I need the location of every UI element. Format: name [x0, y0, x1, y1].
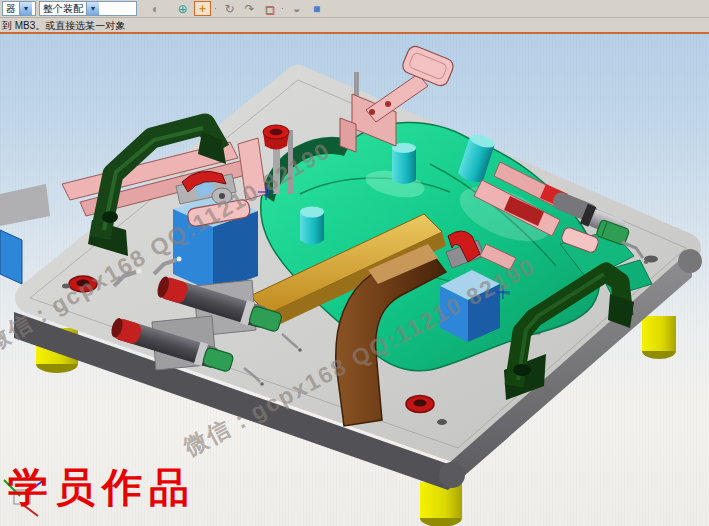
toolbar: 器 ▼ 整个装配 ▼ ◐ ⊕ + · ↻ ↷ ◻ · ◒ ■: [0, 0, 709, 18]
dropdown-dot-icon[interactable]: ·: [281, 4, 285, 13]
chevron-down-icon[interactable]: ▼: [86, 2, 99, 15]
orbit-view-icon[interactable]: ↷: [241, 1, 258, 16]
selection-filter-combo[interactable]: 器 ▼: [2, 1, 36, 16]
dropdown-dot-icon[interactable]: ·: [214, 4, 218, 13]
rotate-view-icon[interactable]: ↻: [221, 1, 238, 16]
selection-scope-value: 整个装配: [40, 2, 86, 15]
caption-student-work: 学员作品: [8, 460, 196, 515]
pan-view-icon[interactable]: ⊕: [174, 1, 191, 16]
show-hide-icon[interactable]: ◒: [288, 1, 305, 16]
selection-scope-combo[interactable]: 整个装配 ▼: [39, 1, 137, 16]
cad-application-window: 器 ▼ 整个装配 ▼ ◐ ⊕ + · ↻ ↷ ◻ · ◒ ■ 到 MB3。或直接…: [0, 0, 709, 526]
chevron-down-icon[interactable]: ▼: [19, 2, 32, 15]
shaded-display-icon[interactable]: ■: [308, 1, 325, 16]
render-style-icon[interactable]: ◐: [147, 1, 164, 16]
prompt-text: 到 MB3。或直接选某一对象: [2, 20, 125, 31]
prompt-bar: 到 MB3。或直接选某一对象: [0, 18, 709, 32]
select-rect-icon[interactable]: ◻: [261, 1, 278, 16]
move-object-icon[interactable]: +: [194, 1, 211, 16]
selection-filter-value: 器: [3, 2, 19, 15]
graphics-viewport[interactable]: 微信：gcpx168 QQ:11210 82190 微信：gcpx168 QQ:…: [0, 34, 709, 526]
model-scene: [0, 34, 709, 526]
